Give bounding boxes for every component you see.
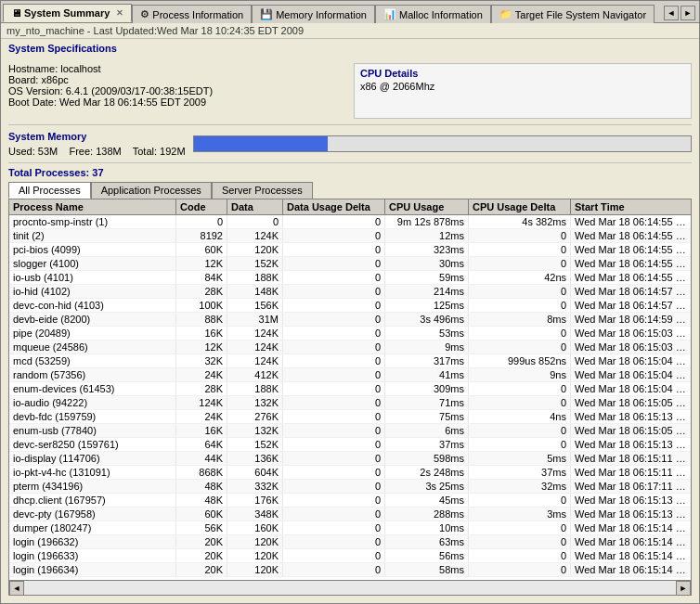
tab-nav-right[interactable]: ► [681,6,695,20]
table-row[interactable]: dumper (180247) 56K 160K 0 10ms 0 Wed Ma… [9,521,691,535]
table-body[interactable]: procnto-smp-instr (1) 0 0 0 9m 12s 878ms… [9,215,691,580]
td-start: Wed Mar 18 06:14:57 ED.. [571,285,691,298]
table-row[interactable]: enum-usb (77840) 16K 132K 0 6ms 0 Wed Ma… [9,424,691,438]
table-row[interactable]: login (196632) 20K 120K 0 63ms 0 Wed Mar… [9,535,691,549]
td-cpu: 71ms [385,396,469,409]
td-cpu-delta: 0 [469,535,571,548]
table-row[interactable]: io-usb (4101) 84K 188K 0 59ms 42ns Wed M… [9,271,691,285]
td-cpu: 6ms [385,424,469,437]
table-row[interactable]: dhcp.client (167957) 48K 176K 0 45ms 0 W… [9,494,691,508]
td-cpu-delta: 5ms [469,452,571,465]
tab-filesystem-label: Target File System Navigator [515,9,646,20]
td-start: Wed Mar 18 06:14:57 ED.. [571,299,691,312]
table-row[interactable]: devc-ser8250 (159761) 64K 152K 0 37ms 0 … [9,438,691,452]
th-data[interactable]: Data [227,199,283,214]
tab-system-summary[interactable]: 🖥 System Summary ✕ [3,4,132,22]
td-name: io-audio (94222) [9,396,176,409]
proc-tab-server[interactable]: Server Processes [212,182,313,199]
th-process-name[interactable]: Process Name [9,199,176,214]
td-cpu: 288ms [385,508,469,520]
td-delta: 0 [283,549,385,562]
table-row[interactable]: mqueue (24586) 12K 124K 0 9ms 0 Wed Mar … [9,341,691,354]
table-row[interactable]: pipe (20489) 16K 124K 0 53ms 0 Wed Mar 1… [9,327,691,341]
td-cpu: 598ms [385,452,469,465]
td-name: devc-ser8250 (159761) [9,438,176,451]
td-delta: 0 [283,257,385,270]
scroll-left-btn[interactable]: ◄ [9,581,24,596]
memory-bar [193,135,692,152]
td-start: Wed Mar 18 06:15:14 ED.. [571,521,691,534]
th-data-delta[interactable]: Data Usage Delta [283,199,385,214]
table-row[interactable]: pci-bios (4099) 60K 120K 0 323ms 0 Wed M… [9,243,691,257]
td-delta: 0 [283,285,385,298]
td-data: 132K [227,424,283,437]
table-row[interactable]: io-pkt-v4-hc (131091) 868K 604K 0 2s 248… [9,466,691,480]
table-row[interactable]: tinit (2) 8192 124K 0 12ms 0 Wed Mar 18 … [9,229,691,243]
proc-tab-all[interactable]: All Processes [8,182,91,199]
table-row[interactable]: procnto-smp-instr (1) 0 0 0 9m 12s 878ms… [9,215,691,229]
td-code: 16K [176,327,227,340]
td-start: Wed Mar 18 06:14:55 ED.. [571,229,691,242]
td-cpu-delta: 0 [469,563,571,576]
th-cpu-usage[interactable]: CPU Usage [385,199,469,214]
scroll-track[interactable] [24,581,676,595]
th-code[interactable]: Code [176,199,227,214]
td-cpu: 125ms [385,299,469,312]
cpu-details-box: CPU Details x86 @ 2066Mhz [354,63,692,119]
tab-process-info[interactable]: ⚙ Process Information [132,5,252,23]
tab-malloc-info[interactable]: 📊 Malloc Information [375,5,491,23]
td-code: 20K [176,563,227,576]
td-delta: 0 [283,535,385,548]
td-code: 12K [176,257,227,270]
table-row[interactable]: io-audio (94222) 124K 132K 0 71ms 0 Wed … [9,396,691,410]
proc-tab-application[interactable]: Application Processes [91,182,212,199]
td-start: Wed Mar 18 06:15:11 ED.. [571,466,691,479]
table-row[interactable]: devc-con-hid (4103) 100K 156K 0 125ms 0 … [9,299,691,313]
table-row[interactable]: random (57356) 24K 412K 0 41ms 9ns Wed M… [9,368,691,382]
table-row[interactable]: login (196634) 20K 120K 0 58ms 0 Wed Mar… [9,563,691,577]
scroll-right-btn[interactable]: ► [676,581,691,596]
tab-filesystem[interactable]: 📁 Target File System Navigator [491,5,655,23]
td-delta: 0 [283,508,385,520]
td-start: Wed Mar 18 06:15:13 ED.. [571,494,691,507]
td-delta: 0 [283,229,385,242]
table-row[interactable]: login (196633) 20K 120K 0 56ms 0 Wed Mar… [9,549,691,563]
table-row[interactable]: enum-devices (61453) 28K 188K 0 309ms 0 … [9,382,691,396]
td-code: 32K [176,354,227,367]
td-cpu-delta: 0 [469,396,571,409]
memory-section: System Memory Used: 53M Free: 138M Total… [1,127,699,161]
table-row[interactable]: devb-fdc (159759) 24K 276K 0 75ms 4ns We… [9,410,691,424]
tab-memory-info-label: Memory Information [276,9,367,20]
horizontal-scrollbar[interactable]: ◄ ► [9,580,691,595]
memory-right [193,135,692,152]
td-cpu: 45ms [385,494,469,507]
table-row[interactable]: pterm (434196) 48K 332K 0 3s 25ms 32ms W… [9,480,691,494]
td-name: procnto-smp-instr (1) [9,215,176,228]
specs-left: Hostname: localhost Board: x86pc OS Vers… [8,63,346,119]
td-name: slogger (4100) [9,257,176,270]
table-row[interactable]: devc-pty (167958) 60K 348K 0 288ms 3ms W… [9,508,691,521]
table-row[interactable]: mcd (53259) 32K 124K 0 317ms 999us 852ns… [9,354,691,368]
tab-nav-left[interactable]: ◄ [664,6,679,20]
td-code: 84K [176,271,227,284]
memory-bar-free [328,136,691,151]
td-delta: 0 [283,480,385,493]
td-cpu: 75ms [385,410,469,423]
tab-system-summary-close[interactable]: ✕ [116,8,123,18]
td-name: enum-devices (61453) [9,382,176,395]
table-row[interactable]: slogger (4100) 12K 152K 0 30ms 0 Wed Mar… [9,257,691,271]
system-specs-title: System Specifications [8,43,692,54]
proc-tab-server-label: Server Processes [222,185,303,196]
table-row[interactable]: devb-eide (8200) 88K 31M 0 3s 496ms 8ms … [9,313,691,327]
table-row[interactable]: io-display (114706) 44K 136K 0 598ms 5ms… [9,452,691,466]
td-delta: 0 [283,424,385,437]
th-cpu-delta[interactable]: CPU Usage Delta [469,199,571,214]
td-delta: 0 [283,243,385,256]
th-start-time[interactable]: Start Time [571,199,691,214]
td-cpu: 317ms [385,354,469,367]
table-row[interactable]: io-hid (4102) 28K 148K 0 214ms 0 Wed Mar… [9,285,691,299]
td-name: devb-fdc (159759) [9,410,176,423]
tab-memory-info[interactable]: 💾 Memory Information [252,5,375,23]
td-start: Wed Mar 18 06:15:14 ED.. [571,563,691,576]
td-delta: 0 [283,466,385,479]
